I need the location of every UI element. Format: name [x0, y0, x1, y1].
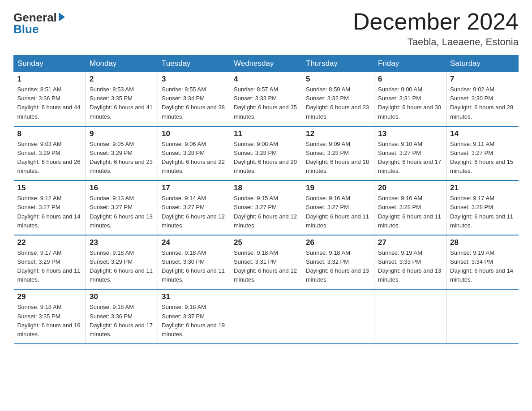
day-number: 18 — [234, 184, 298, 193]
calendar-cell: 3Sunrise: 8:55 AMSunset: 3:34 PMDaylight… — [158, 72, 230, 126]
day-info: Sunrise: 9:18 AMSunset: 3:36 PMDaylight:… — [90, 303, 154, 339]
day-number: 5 — [306, 75, 370, 84]
weekday-header-tuesday: Tuesday — [158, 56, 230, 72]
calendar-cell: 18Sunrise: 9:15 AMSunset: 3:27 PMDayligh… — [230, 180, 302, 235]
month-title: December 2024 — [353, 9, 519, 34]
calendar-cell — [230, 289, 302, 344]
day-info: Sunrise: 9:18 AMSunset: 3:37 PMDaylight:… — [162, 303, 226, 339]
day-number: 14 — [450, 129, 515, 138]
day-number: 8 — [17, 129, 82, 138]
day-number: 16 — [90, 184, 154, 193]
calendar-cell: 26Sunrise: 9:18 AMSunset: 3:32 PMDayligh… — [302, 235, 374, 290]
day-info: Sunrise: 9:02 AMSunset: 3:30 PMDaylight:… — [450, 85, 515, 121]
day-info: Sunrise: 9:12 AMSunset: 3:27 PMDaylight:… — [17, 194, 82, 230]
day-info: Sunrise: 9:16 AMSunset: 3:27 PMDaylight:… — [306, 194, 370, 230]
calendar-cell: 5Sunrise: 8:59 AMSunset: 3:32 PMDaylight… — [302, 72, 374, 126]
day-number: 28 — [450, 238, 515, 247]
calendar-week-row: 29Sunrise: 9:18 AMSunset: 3:35 PMDayligh… — [14, 289, 519, 344]
logo-general-text: General — [13, 12, 57, 23]
calendar-cell — [446, 289, 519, 344]
calendar-cell: 29Sunrise: 9:18 AMSunset: 3:35 PMDayligh… — [14, 289, 86, 344]
calendar-cell: 24Sunrise: 9:18 AMSunset: 3:30 PMDayligh… — [158, 235, 230, 290]
calendar-cell: 17Sunrise: 9:14 AMSunset: 3:27 PMDayligh… — [158, 180, 230, 235]
day-info: Sunrise: 9:13 AMSunset: 3:27 PMDaylight:… — [90, 194, 154, 230]
calendar-cell: 28Sunrise: 9:19 AMSunset: 3:34 PMDayligh… — [446, 235, 519, 290]
weekday-header-sunday: Sunday — [14, 56, 86, 72]
day-number: 11 — [234, 129, 298, 138]
day-number: 20 — [378, 184, 442, 193]
calendar-cell: 25Sunrise: 9:18 AMSunset: 3:31 PMDayligh… — [230, 235, 302, 290]
calendar-cell: 27Sunrise: 9:19 AMSunset: 3:33 PMDayligh… — [374, 235, 446, 290]
calendar-cell: 2Sunrise: 8:53 AMSunset: 3:35 PMDaylight… — [86, 72, 158, 126]
day-info: Sunrise: 9:08 AMSunset: 3:28 PMDaylight:… — [234, 140, 298, 176]
calendar-cell: 10Sunrise: 9:06 AMSunset: 3:28 PMDayligh… — [158, 126, 230, 181]
day-info: Sunrise: 9:17 AMSunset: 3:28 PMDaylight:… — [450, 194, 515, 230]
day-number: 26 — [306, 238, 370, 247]
calendar-cell — [374, 289, 446, 344]
calendar-cell: 4Sunrise: 8:57 AMSunset: 3:33 PMDaylight… — [230, 72, 302, 126]
calendar-table: SundayMondayTuesdayWednesdayThursdayFrid… — [13, 55, 519, 344]
day-number: 30 — [90, 292, 154, 301]
day-number: 9 — [90, 129, 154, 138]
day-info: Sunrise: 9:18 AMSunset: 3:35 PMDaylight:… — [17, 303, 82, 339]
weekday-header-saturday: Saturday — [446, 56, 519, 72]
calendar-cell: 11Sunrise: 9:08 AMSunset: 3:28 PMDayligh… — [230, 126, 302, 181]
day-info: Sunrise: 9:00 AMSunset: 3:31 PMDaylight:… — [378, 85, 442, 121]
day-info: Sunrise: 8:53 AMSunset: 3:35 PMDaylight:… — [90, 85, 154, 121]
calendar-cell: 19Sunrise: 9:16 AMSunset: 3:27 PMDayligh… — [302, 180, 374, 235]
day-number: 2 — [90, 75, 154, 84]
logo-triangle-icon — [59, 13, 65, 21]
day-info: Sunrise: 8:51 AMSunset: 3:36 PMDaylight:… — [17, 85, 82, 121]
calendar-cell: 21Sunrise: 9:17 AMSunset: 3:28 PMDayligh… — [446, 180, 519, 235]
calendar-cell: 7Sunrise: 9:02 AMSunset: 3:30 PMDaylight… — [446, 72, 519, 126]
calendar-cell: 13Sunrise: 9:10 AMSunset: 3:27 PMDayligh… — [374, 126, 446, 181]
day-info: Sunrise: 9:09 AMSunset: 3:28 PMDaylight:… — [306, 140, 370, 176]
day-info: Sunrise: 9:16 AMSunset: 3:28 PMDaylight:… — [378, 194, 442, 230]
day-info: Sunrise: 9:18 AMSunset: 3:29 PMDaylight:… — [90, 248, 154, 285]
day-number: 24 — [162, 238, 226, 247]
page-header: General Blue December 2024 Taebla, Laeae… — [13, 9, 519, 48]
weekday-header-wednesday: Wednesday — [230, 56, 302, 72]
day-info: Sunrise: 9:03 AMSunset: 3:29 PMDaylight:… — [17, 140, 82, 176]
day-info: Sunrise: 9:15 AMSunset: 3:27 PMDaylight:… — [234, 194, 298, 230]
calendar-cell: 12Sunrise: 9:09 AMSunset: 3:28 PMDayligh… — [302, 126, 374, 181]
day-info: Sunrise: 8:57 AMSunset: 3:33 PMDaylight:… — [234, 85, 298, 121]
calendar-cell: 22Sunrise: 9:17 AMSunset: 3:29 PMDayligh… — [14, 235, 86, 290]
day-info: Sunrise: 9:06 AMSunset: 3:28 PMDaylight:… — [162, 140, 226, 176]
day-number: 21 — [450, 184, 515, 193]
calendar-week-row: 22Sunrise: 9:17 AMSunset: 3:29 PMDayligh… — [14, 235, 519, 290]
calendar-cell: 6Sunrise: 9:00 AMSunset: 3:31 PMDaylight… — [374, 72, 446, 126]
day-info: Sunrise: 9:17 AMSunset: 3:29 PMDaylight:… — [17, 248, 82, 285]
day-info: Sunrise: 9:05 AMSunset: 3:29 PMDaylight:… — [90, 140, 154, 176]
calendar-cell: 30Sunrise: 9:18 AMSunset: 3:36 PMDayligh… — [86, 289, 158, 344]
calendar-cell: 9Sunrise: 9:05 AMSunset: 3:29 PMDaylight… — [86, 126, 158, 181]
weekday-header-thursday: Thursday — [302, 56, 374, 72]
day-number: 15 — [17, 184, 82, 193]
calendar-week-row: 1Sunrise: 8:51 AMSunset: 3:36 PMDaylight… — [14, 72, 519, 126]
calendar-cell: 23Sunrise: 9:18 AMSunset: 3:29 PMDayligh… — [86, 235, 158, 290]
calendar-week-row: 15Sunrise: 9:12 AMSunset: 3:27 PMDayligh… — [14, 180, 519, 235]
day-info: Sunrise: 8:59 AMSunset: 3:32 PMDaylight:… — [306, 85, 370, 121]
day-info: Sunrise: 9:19 AMSunset: 3:34 PMDaylight:… — [450, 248, 515, 285]
day-number: 1 — [17, 75, 82, 84]
title-block: December 2024 Taebla, Laeaene, Estonia — [353, 9, 519, 48]
calendar-cell: 31Sunrise: 9:18 AMSunset: 3:37 PMDayligh… — [158, 289, 230, 344]
day-number: 4 — [234, 75, 298, 84]
calendar-cell: 20Sunrise: 9:16 AMSunset: 3:28 PMDayligh… — [374, 180, 446, 235]
day-number: 23 — [90, 238, 154, 247]
day-number: 7 — [450, 75, 515, 84]
weekday-header-row: SundayMondayTuesdayWednesdayThursdayFrid… — [14, 56, 519, 72]
day-number: 29 — [17, 292, 82, 301]
day-number: 3 — [162, 75, 226, 84]
location-title: Taebla, Laeaene, Estonia — [353, 36, 519, 48]
calendar-cell — [302, 289, 374, 344]
day-info: Sunrise: 9:19 AMSunset: 3:33 PMDaylight:… — [378, 248, 442, 285]
day-number: 13 — [378, 129, 442, 138]
logo-blue-text: Blue — [13, 23, 39, 35]
calendar-cell: 14Sunrise: 9:11 AMSunset: 3:27 PMDayligh… — [446, 126, 519, 181]
day-info: Sunrise: 9:11 AMSunset: 3:27 PMDaylight:… — [450, 140, 515, 176]
day-number: 22 — [17, 238, 82, 247]
calendar-cell: 8Sunrise: 9:03 AMSunset: 3:29 PMDaylight… — [14, 126, 86, 181]
day-number: 10 — [162, 129, 226, 138]
day-info: Sunrise: 8:55 AMSunset: 3:34 PMDaylight:… — [162, 85, 226, 121]
